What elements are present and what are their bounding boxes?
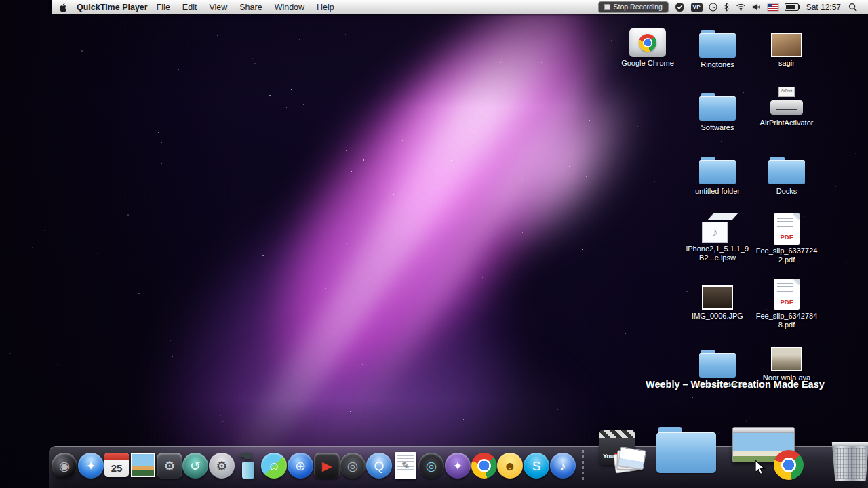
dock-dvd-player[interactable]: ◎: [340, 453, 366, 479]
dock-system-preferences[interactable]: ⚙: [157, 453, 182, 479]
time-machine-icon: ↺: [182, 453, 208, 479]
volume-icon[interactable]: [752, 3, 762, 11]
dock-purple-space-app[interactable]: ✦: [445, 453, 471, 479]
dock-quicktime-player[interactable]: Q: [366, 453, 392, 479]
dock-photo-booth[interactable]: ◎: [418, 453, 444, 479]
check-badge-icon[interactable]: [675, 2, 685, 12]
stop-recording-button[interactable]: Stop Recording: [598, 1, 669, 13]
dock-textedit[interactable]: ✎: [393, 453, 418, 479]
dock-video-player[interactable]: ▶: [314, 453, 340, 479]
dock-iphoto[interactable]: [131, 453, 155, 477]
spray-bottle-icon: [241, 453, 255, 479]
photo-booth-icon: ◎: [418, 453, 444, 479]
app-menus: FileEditViewShareWindowHelp: [151, 3, 340, 12]
menu-window[interactable]: Window: [269, 3, 311, 12]
video-player-icon: ▶: [314, 453, 340, 479]
dock-chrome-bouncing[interactable]: [774, 450, 804, 480]
dock-file-stack[interactable]: [614, 447, 647, 480]
menu-bar-clock[interactable]: Sat 12:57: [805, 3, 842, 12]
menu-bar-status: Stop Recording VP Sat 12:57: [598, 1, 861, 13]
vp-badge[interactable]: VP: [691, 3, 703, 12]
menu-help[interactable]: Help: [311, 3, 340, 12]
desktop-screen: Google ChromeRingtonessagirSoftwaresAirP…: [0, 0, 868, 488]
file-stack-icon: [614, 447, 647, 480]
system-preferences-icon: ⚙: [157, 453, 182, 479]
disk-utility-icon: ⚙: [209, 453, 235, 479]
folder-icon: [656, 427, 716, 473]
battery-icon[interactable]: [785, 3, 799, 11]
dock-safari[interactable]: ✦: [78, 453, 104, 479]
menu-view[interactable]: View: [203, 3, 233, 12]
dock-disk-utility[interactable]: ⚙: [209, 453, 235, 479]
dock-itunes[interactable]: ♪: [550, 453, 576, 479]
dock-google-chrome[interactable]: [471, 453, 497, 479]
menu-bar: QuickTime Player FileEditViewShareWindow…: [52, 0, 868, 14]
purple-space-app-icon: ✦: [445, 453, 471, 479]
web-browser-icon: ⊕: [288, 453, 313, 479]
quicktime-player-icon: Q: [366, 453, 392, 479]
photo-icon: [131, 453, 155, 477]
stop-recording-label: Stop Recording: [614, 3, 663, 11]
wifi-icon[interactable]: [736, 3, 746, 11]
dock-skype[interactable]: S: [524, 453, 549, 479]
dock-ical[interactable]: 25: [104, 453, 129, 477]
stop-icon: [604, 4, 610, 10]
clock-icon[interactable]: [709, 3, 717, 12]
chrome-logo: [471, 453, 497, 479]
apple-menu-icon[interactable]: [58, 2, 68, 12]
dock-separator: [582, 450, 584, 483]
safari-icon: ✦: [78, 453, 104, 479]
spotlight-icon[interactable]: [848, 3, 857, 12]
active-app-name[interactable]: QuickTime Player: [77, 3, 148, 12]
messenger-smiley-icon: ☻: [497, 453, 523, 479]
chrome-logo: [774, 450, 804, 480]
dock-audio-recorder[interactable]: ◉: [52, 453, 77, 479]
menu-file[interactable]: File: [151, 3, 176, 12]
menu-bar-left: QuickTime Player FileEditViewShareWindow…: [58, 2, 340, 12]
us-flag-icon[interactable]: [768, 4, 778, 11]
dock-web-browser[interactable]: ⊕: [288, 453, 313, 479]
dock-documents-folder[interactable]: [656, 427, 716, 473]
itunes-icon: ♪: [550, 453, 576, 479]
dvd-player-icon: ◎: [340, 453, 366, 479]
bluetooth-icon[interactable]: [724, 3, 730, 12]
audio-recorder-icon: ◉: [52, 453, 77, 479]
dock-items-layer: ◉✦25⚙↺⚙☺⊕▶◎Q✎◎✦☻S♪YouTube: [0, 0, 868, 488]
dock-cleaner-spray[interactable]: [235, 453, 261, 479]
dock-messenger-smiley[interactable]: ☻: [497, 453, 523, 479]
skype-icon: S: [524, 453, 549, 479]
document-icon: ✎: [395, 452, 416, 479]
trash-icon: [831, 442, 868, 481]
dock-msn-messenger[interactable]: ☺: [261, 453, 287, 479]
msn-messenger-icon: ☺: [261, 453, 287, 479]
dock-trash[interactable]: [831, 442, 868, 481]
menu-edit[interactable]: Edit: [176, 3, 203, 12]
menu-share[interactable]: Share: [233, 3, 268, 12]
calendar-icon: 25: [104, 453, 129, 477]
dock-time-machine[interactable]: ↺: [182, 453, 208, 479]
